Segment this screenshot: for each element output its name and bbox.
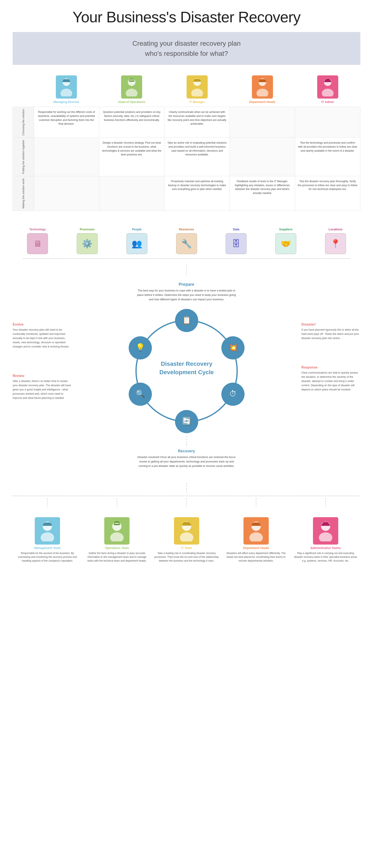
responsibility-section: Managing Director Head of Operations	[0, 73, 373, 219]
cell-2-5: Test the technology and processes and co…	[295, 138, 360, 176]
icon-box-technology: 🖥	[27, 233, 48, 254]
cell-2-1	[34, 138, 99, 176]
icon-box-processes: ⚙️	[77, 233, 98, 254]
row-label-3: Making the solution work	[13, 176, 34, 211]
bp-name-it: IT Team	[154, 546, 219, 550]
page-title: Your Business's Disaster Recovery	[4, 8, 369, 26]
cycle-svg-container: 📋 💡 💥 🔍	[121, 306, 252, 436]
review-title: Review	[13, 374, 72, 378]
bp-desc-management: Responsible for the survival of the busi…	[15, 551, 80, 563]
response-title: Response	[301, 366, 360, 369]
page-header: Your Business's Disaster Recovery	[0, 0, 373, 32]
dashed-h-persons	[13, 496, 360, 496]
people-icon: 👥	[132, 239, 142, 249]
evolve-block: Evolve Your disaster recovery plan will …	[13, 322, 72, 349]
responsibility-table: Choosing the solution Responsible for wo…	[13, 107, 360, 211]
avatar-admin	[317, 75, 338, 98]
disaster-title: Disaster!	[301, 322, 360, 327]
svg-text:🔍: 🔍	[135, 389, 145, 398]
icons-section: Technology 🖥 Processes ⚙️ People 👥 Resou…	[0, 219, 373, 265]
person-card-ops: Head of Operations	[99, 73, 164, 107]
icon-label-locations: Locations	[329, 228, 342, 231]
bp-card-management: Management Team Responsible for the surv…	[13, 517, 82, 563]
svg-rect-4	[129, 81, 134, 82]
review-text: After a disaster, there's no better time…	[13, 379, 72, 400]
disaster-block: Disaster! If you have planned rigorously…	[301, 322, 360, 340]
cycle-diagram-area: 📋 💡 💥 🔍	[76, 306, 297, 436]
svg-point-32	[180, 532, 193, 541]
icons-row: Technology 🖥 Processes ⚙️ People 👥 Resou…	[13, 228, 360, 254]
icon-item-data: Data 🗄	[211, 228, 261, 254]
bp-avatar-admin-teams	[313, 517, 338, 545]
svg-text:💡: 💡	[135, 343, 145, 352]
dashed-connector	[23, 258, 350, 259]
icon-item-processes: Processes ⚙️	[62, 228, 112, 254]
bp-desc-admin-teams: Play a significant role in carrying out …	[293, 551, 358, 563]
svg-point-34	[249, 532, 263, 541]
bp-card-operations: Operations Team Gather the facts during …	[82, 517, 152, 563]
icon-box-locations: 📍	[325, 233, 346, 254]
bottom-persons-section: Management Team Responsible for the surv…	[0, 509, 373, 567]
row-label-1: Choosing the solution	[13, 107, 34, 137]
technology-icon: 🖥	[33, 239, 42, 248]
bp-name-admin-teams: Administrative Teams	[293, 546, 358, 550]
svg-point-10	[322, 89, 334, 96]
bp-desc-dept-heads: Disasters will affect every department d…	[223, 551, 289, 563]
svg-point-8	[256, 89, 268, 96]
evolve-text: Your disaster recovery plan will need to…	[13, 328, 72, 349]
locations-icon: 📍	[330, 239, 341, 249]
person-card-it: IT Manager	[164, 73, 229, 107]
cycle-svg: 📋 💡 💥 🔍	[121, 306, 252, 436]
cell-3-3: Proactively maintain and optimise all ex…	[164, 176, 230, 211]
bp-card-it: IT Team Take a leading role in coordinat…	[152, 517, 221, 563]
svg-text:📋: 📋	[182, 315, 191, 324]
svg-point-29	[110, 532, 124, 541]
cell-2-2: Design a disaster recovery strategy. Fin…	[99, 138, 164, 176]
recovery-title: Recovery	[13, 449, 360, 453]
icon-label-resources: Resources	[179, 228, 194, 231]
icon-item-suppliers: Suppliers 🤝	[261, 228, 311, 254]
svg-point-36	[319, 532, 332, 541]
person-cards-row: Managing Director Head of Operations	[34, 73, 360, 107]
bp-avatar-management	[35, 517, 60, 545]
prepare-title: Prepare	[13, 282, 360, 287]
icon-box-data: 🗄	[225, 233, 247, 254]
svg-point-1	[60, 89, 72, 96]
person-name-md: Managing Director	[35, 100, 98, 103]
svg-point-6	[191, 89, 203, 96]
dashed-v-persons	[0, 483, 373, 494]
icon-box-people: 👥	[126, 233, 148, 254]
row-label-text-3: Making the solution work	[22, 178, 25, 209]
review-block: Review After a disaster, there's no bett…	[13, 374, 72, 400]
person-name-it: IT Manager	[165, 100, 228, 103]
cell-3-4: Feedback results of tests to the IT Mana…	[230, 176, 295, 211]
icon-item-resources: Resources 🔧	[162, 228, 212, 254]
bp-card-admin-teams: Administrative Teams Play a significant …	[291, 517, 360, 563]
prepare-text: The best way for your business to cope w…	[136, 288, 237, 302]
person-name-admin: IT Admin	[296, 100, 359, 103]
avatar-dh	[252, 75, 273, 98]
svg-text:💥: 💥	[228, 343, 238, 352]
svg-text:🔄: 🔄	[182, 416, 191, 426]
resp-cells-2: Design a disaster recovery strategy. Fin…	[34, 138, 360, 176]
icon-item-technology: Technology 🖥	[13, 228, 62, 254]
icon-label-suppliers: Suppliers	[279, 228, 292, 231]
svg-text:Disaster Recovery: Disaster Recovery	[161, 361, 212, 367]
icon-box-resources: 🔧	[176, 233, 197, 254]
cell-2-3: Take an active role in evaluating potent…	[164, 138, 230, 176]
bp-avatar-operations	[104, 517, 129, 545]
cell-2-4	[230, 138, 295, 176]
cell-1-1: Responsible for working out the differen…	[34, 107, 99, 137]
right-column: Disaster! If you have planned rigorously…	[297, 306, 360, 417]
person-card-admin: IT Admin	[295, 73, 360, 107]
person-card-dh: Department Heads	[230, 73, 295, 107]
prepare-container: Prepare The best way for your business t…	[13, 282, 360, 302]
icon-label-processes: Processes	[80, 228, 95, 231]
subtitle-banner: Creating your disaster recovery plan who…	[13, 32, 360, 65]
bp-name-operations: Operations Team	[84, 546, 150, 550]
avatar-md	[56, 75, 77, 98]
response-text: Clear communications are vital to quickl…	[301, 371, 360, 392]
icon-label-people: People	[132, 228, 142, 231]
cell-1-4	[230, 107, 295, 137]
subtitle-text: Creating your disaster recovery plan who…	[17, 38, 356, 59]
